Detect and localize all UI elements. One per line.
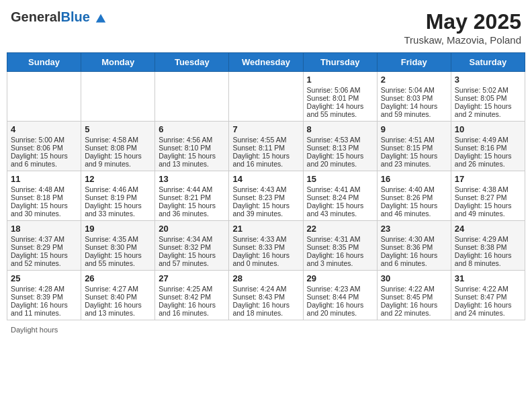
day-info: Sunrise: 4:35 AM [85, 235, 151, 243]
calendar-day-header: Wednesday [229, 53, 303, 72]
day-info: Sunset: 8:03 PM [381, 94, 447, 102]
calendar-day-cell: 6Sunrise: 4:56 AMSunset: 8:10 PMDaylight… [155, 122, 229, 171]
calendar-day-cell: 2Sunrise: 5:04 AMSunset: 8:03 PMDaylight… [377, 72, 451, 122]
calendar-day-cell: 7Sunrise: 4:55 AMSunset: 8:11 PMDaylight… [229, 122, 303, 171]
day-info: Sunset: 8:47 PM [455, 293, 521, 301]
calendar-day-cell: 25Sunrise: 4:28 AMSunset: 8:39 PMDayligh… [7, 271, 81, 320]
day-number: 29 [307, 273, 373, 283]
calendar-day-cell: 11Sunrise: 4:48 AMSunset: 8:18 PMDayligh… [7, 171, 81, 221]
day-info: Daylight: 15 hours and 39 minutes. [232, 201, 299, 218]
day-info: Sunrise: 4:46 AM [85, 185, 151, 193]
calendar-table: SundayMondayTuesdayWednesdayThursdayFrid… [7, 52, 525, 320]
day-info: Sunrise: 4:27 AM [85, 285, 151, 293]
day-number: 25 [11, 273, 77, 283]
day-info: Sunset: 8:13 PM [307, 144, 373, 152]
day-number: 26 [85, 273, 151, 283]
day-info: Sunset: 8:11 PM [232, 144, 299, 152]
day-info: Daylight: 16 hours and 8 minutes. [455, 251, 521, 267]
day-info: Daylight: 16 hours and 0 minutes. [232, 251, 299, 267]
day-info: Sunset: 8:15 PM [381, 144, 447, 152]
day-info: Daylight: 16 hours and 3 minutes. [307, 251, 373, 267]
day-info: Sunrise: 4:55 AM [232, 136, 299, 144]
calendar-day-cell [229, 72, 303, 122]
day-number: 9 [381, 124, 447, 134]
day-info: Sunset: 8:35 PM [307, 243, 373, 251]
day-info: Sunset: 8:16 PM [455, 144, 521, 152]
day-number: 21 [232, 224, 299, 234]
day-info: Sunrise: 5:04 AM [381, 86, 447, 94]
day-info: Sunrise: 4:38 AM [455, 185, 521, 193]
day-info: Daylight: 15 hours and 33 minutes. [85, 201, 151, 218]
day-info: Sunrise: 5:02 AM [455, 86, 521, 94]
day-info: Daylight: 16 hours and 20 minutes. [307, 301, 373, 317]
calendar-subtitle: Truskaw, Mazovia, Poland [404, 34, 521, 46]
day-info: Sunset: 8:24 PM [307, 193, 373, 201]
calendar-day-header: Tuesday [155, 53, 229, 72]
day-info: Sunset: 8:39 PM [11, 293, 77, 301]
day-info: Daylight: 16 hours and 11 minutes. [11, 301, 77, 317]
day-number: 24 [455, 224, 521, 234]
calendar-day-cell: 15Sunrise: 4:41 AMSunset: 8:24 PMDayligh… [303, 171, 377, 221]
day-number: 1 [307, 75, 373, 85]
day-info: Daylight: 16 hours and 13 minutes. [85, 301, 151, 317]
day-info: Daylight: 15 hours and 30 minutes. [11, 201, 77, 218]
calendar-day-header: Thursday [303, 53, 377, 72]
calendar-day-cell: 12Sunrise: 4:46 AMSunset: 8:19 PMDayligh… [81, 171, 155, 221]
calendar-day-cell: 3Sunrise: 5:02 AMSunset: 8:05 PMDaylight… [451, 72, 525, 122]
calendar-day-cell: 29Sunrise: 4:23 AMSunset: 8:44 PMDayligh… [303, 271, 377, 320]
day-info: Sunset: 8:29 PM [11, 243, 77, 251]
day-info: Sunrise: 4:22 AM [381, 285, 447, 293]
footer: Daylight hours [7, 324, 525, 335]
day-info: Sunrise: 4:34 AM [159, 235, 225, 243]
day-number: 10 [455, 124, 521, 134]
day-info: Sunset: 8:33 PM [232, 243, 299, 251]
calendar-day-cell: 10Sunrise: 4:49 AMSunset: 8:16 PMDayligh… [451, 122, 525, 171]
day-info: Daylight: 15 hours and 23 minutes. [381, 152, 447, 168]
calendar-day-cell: 14Sunrise: 4:43 AMSunset: 8:23 PMDayligh… [229, 171, 303, 221]
day-number: 20 [159, 224, 225, 234]
day-info: Sunrise: 4:49 AM [455, 136, 521, 144]
day-info: Daylight: 15 hours and 13 minutes. [159, 152, 225, 168]
day-info: Daylight: 15 hours and 49 minutes. [455, 201, 521, 218]
day-info: Sunset: 8:23 PM [232, 193, 299, 201]
day-number: 13 [159, 174, 225, 184]
day-info: Daylight: 16 hours and 22 minutes. [381, 301, 447, 317]
day-info: Sunrise: 4:25 AM [159, 285, 225, 293]
day-info: Sunrise: 4:40 AM [381, 185, 447, 193]
day-number: 17 [455, 174, 521, 184]
day-number: 2 [381, 75, 447, 85]
day-info: Sunset: 8:44 PM [307, 293, 373, 301]
calendar-day-cell: 27Sunrise: 4:25 AMSunset: 8:42 PMDayligh… [155, 271, 229, 320]
day-info: Sunset: 8:43 PM [232, 293, 299, 301]
calendar-day-cell: 13Sunrise: 4:44 AMSunset: 8:21 PMDayligh… [155, 171, 229, 221]
day-info: Sunset: 8:10 PM [159, 144, 225, 152]
day-info: Daylight: 15 hours and 16 minutes. [232, 152, 299, 168]
day-info: Daylight: 14 hours and 55 minutes. [307, 102, 373, 118]
day-info: Daylight: 15 hours and 46 minutes. [381, 201, 447, 218]
calendar-day-cell: 4Sunrise: 5:00 AMSunset: 8:06 PMDaylight… [7, 122, 81, 171]
day-info: Sunset: 8:01 PM [307, 94, 373, 102]
day-info: Daylight: 15 hours and 55 minutes. [85, 251, 151, 267]
day-info: Sunrise: 4:33 AM [232, 235, 299, 243]
day-info: Sunrise: 4:53 AM [307, 136, 373, 144]
day-info: Daylight: 15 hours and 43 minutes. [307, 201, 373, 218]
day-info: Daylight: 16 hours and 18 minutes. [232, 301, 299, 317]
calendar-day-cell [81, 72, 155, 122]
day-number: 28 [232, 273, 299, 283]
calendar-day-cell: 26Sunrise: 4:27 AMSunset: 8:40 PMDayligh… [81, 271, 155, 320]
day-number: 3 [455, 75, 521, 85]
calendar-day-cell: 19Sunrise: 4:35 AMSunset: 8:30 PMDayligh… [81, 221, 155, 271]
day-info: Sunset: 8:18 PM [11, 193, 77, 201]
day-info: Sunrise: 4:23 AM [307, 285, 373, 293]
day-number: 31 [455, 273, 521, 283]
day-info: Sunrise: 4:48 AM [11, 185, 77, 193]
day-number: 4 [11, 124, 77, 134]
calendar-day-cell: 21Sunrise: 4:33 AMSunset: 8:33 PMDayligh… [229, 221, 303, 271]
day-info: Sunrise: 4:31 AM [307, 235, 373, 243]
page-header: GeneralBlue May 2025 Truskaw, Mazovia, P… [7, 7, 525, 48]
calendar-title: May 2025 [404, 9, 521, 34]
day-info: Sunrise: 4:30 AM [381, 235, 447, 243]
calendar-week-row: 1Sunrise: 5:06 AMSunset: 8:01 PMDaylight… [7, 72, 525, 122]
day-info: Sunrise: 4:24 AM [232, 285, 299, 293]
calendar-day-header: Sunday [7, 53, 81, 72]
